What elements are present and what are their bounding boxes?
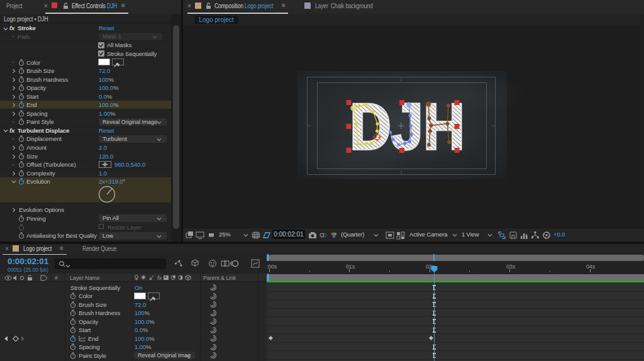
svg-text:fx: fx — [157, 275, 162, 281]
